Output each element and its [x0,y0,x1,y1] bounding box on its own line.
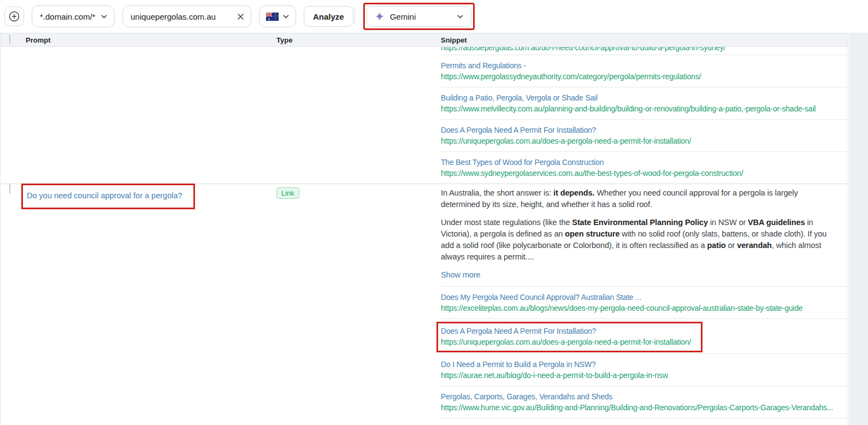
table-row: https://aussiepergolas.com.au/do-i-need-… [1,47,848,184]
result-title-link[interactable]: Does A Pergola Need A Permit For Install… [441,125,691,135]
result-title-link[interactable]: Permits and Regulations - [441,60,701,71]
search-result: Pergolas, Carports, Garages, Verandahs a… [441,386,848,418]
result-title-link[interactable]: The Best Types of Wood for Pergola Const… [441,157,743,168]
result-url-link[interactable]: https://www.pergolassydneyauthority.com/… [441,71,701,82]
select-all-checkbox[interactable] [9,34,10,45]
clear-input-icon[interactable] [237,13,244,20]
toolbar: *.domain.com/* uniquepergolas.com.au [0,0,868,33]
result-title-link[interactable]: Does A Pergola Need A Permit For Install… [441,326,691,337]
search-result: Do You Need Council Approval For A Pergo… [441,418,848,425]
result-title-link[interactable]: Pergolas, Carports, Garages, Verandahs a… [441,391,833,402]
result-url-link[interactable]: https://www.sydneypergolaservices.com.au… [441,168,743,179]
column-header-prompt: Prompt [26,36,276,44]
search-result: Does A Pergola Need A Permit For Install… [441,318,848,353]
chevron-down-icon [457,15,463,19]
model-selector-dropdown[interactable]: Gemini [367,6,471,27]
domain-filter-value: *.domain.com/* [40,12,96,21]
table-row: Do you need council approval for a pergo… [1,184,848,425]
result-url-link[interactable]: https://aurae.net.au/blog/do-i-need-a-pe… [441,370,668,381]
snippet-cell: https://aussiepergolas.com.au/do-i-need-… [432,47,848,184]
result-url-link[interactable]: https://www.hume.vic.gov.au/Building-and… [441,402,833,413]
prompt-link[interactable]: Do you need council approval for a pergo… [27,191,182,200]
add-button[interactable] [4,7,24,26]
result-url-link[interactable]: https://www.melvillecity.com.au/planning… [441,103,816,114]
chevron-down-icon [101,15,107,19]
domain-filter-dropdown[interactable]: *.domain.com/* [32,5,115,27]
column-header-type: Type [276,36,432,44]
right-gutter [849,33,868,425]
model-selector-value: Gemini [390,12,416,21]
results-table: Prompt Type Snippet https://aussiepergol… [0,33,848,425]
analyze-button[interactable]: Analyze [304,6,353,27]
search-result: The Best Types of Wood for Pergola Const… [441,151,848,184]
table-header: Prompt Type Snippet [1,33,848,47]
result-title-link[interactable]: Does My Pergola Need Council Approval? A… [441,292,802,303]
answer-paragraph: Under most state regulations (like the S… [441,217,839,263]
row-checkbox[interactable] [9,184,10,194]
search-result: Does My Pergola Need Council Approval? A… [441,286,848,318]
plus-circle-icon [8,10,20,22]
type-badge: Link [276,187,299,199]
chevron-down-icon [283,15,289,19]
search-result: Building a Patio, Pergola, Vergola or Sh… [441,87,848,119]
url-input-value: uniquepergolas.com.au [131,12,216,21]
search-result: Permits and Regulations - https://www.pe… [441,55,848,87]
table-body: https://aussiepergolas.com.au/do-i-need-… [1,47,848,425]
url-input[interactable]: uniquepergolas.com.au [122,5,251,27]
column-header-snippet: Snippet [432,36,848,44]
clipped-result-url[interactable]: https://aussiepergolas.com.au/do-i-need-… [441,47,848,54]
annotation-box-model-selector: Gemini [363,3,475,30]
country-dropdown[interactable] [259,5,296,27]
toolbar-divider [355,8,355,25]
result-url-link[interactable]: https://exceliteplas.com.au/blogs/news/d… [441,303,802,314]
result-title-link[interactable]: Building a Patio, Pergola, Vergola or Sh… [441,92,816,103]
result-url-link[interactable]: https://uniquepergolas.com.au/does-a-per… [441,135,691,146]
australia-flag-icon [266,13,279,21]
result-url-link[interactable]: https://uniquepergolas.com.au/does-a-per… [441,337,691,347]
result-title-link[interactable]: Do I Need a Permit to Build a Pergola in… [441,359,668,370]
search-result: Do I Need a Permit to Build a Pergola in… [441,353,848,386]
answer-paragraph: In Australia, the short answer is: it de… [441,187,839,210]
search-result: Does A Pergola Need A Permit For Install… [441,119,848,151]
annotation-box-result: Does A Pergola Need A Permit For Install… [436,322,702,352]
gemini-sparkle-icon [375,11,385,21]
snippet-cell: In Australia, the short answer is: it de… [432,184,848,425]
show-more-link[interactable]: Show more [441,269,480,281]
